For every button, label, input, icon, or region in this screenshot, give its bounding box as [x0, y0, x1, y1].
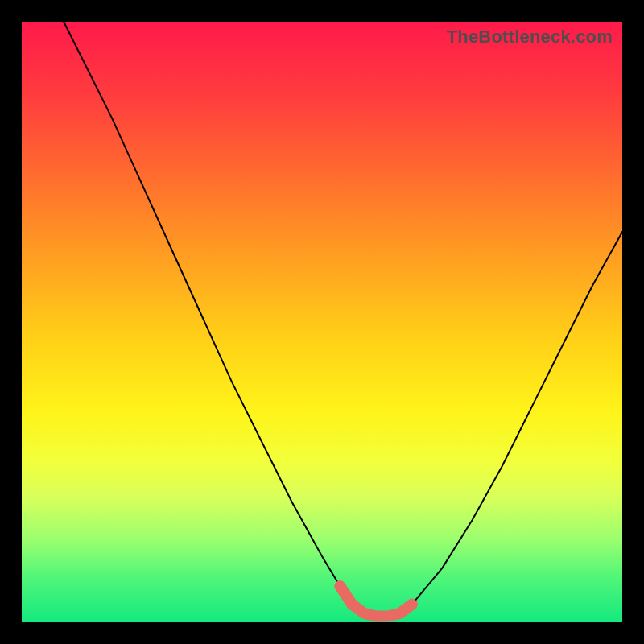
optimal-range-marker-line	[340, 586, 412, 616]
chart-frame: TheBottleneck.com	[0, 0, 644, 644]
chart-svg	[22, 22, 622, 622]
plot-area: TheBottleneck.com	[22, 22, 622, 622]
bottleneck-curve-line	[64, 22, 622, 617]
